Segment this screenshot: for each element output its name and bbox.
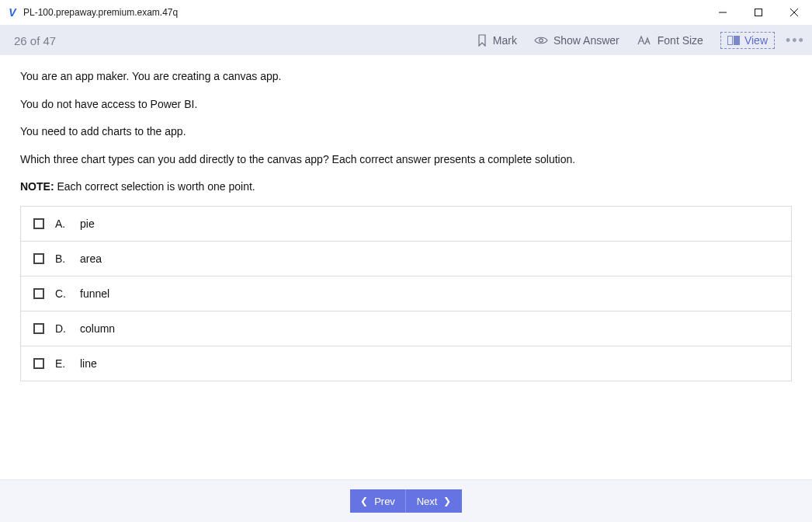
- answer-text: funnel: [80, 287, 109, 300]
- view-button[interactable]: View: [720, 32, 775, 49]
- note-text: Each correct selection is worth one poin…: [54, 180, 255, 193]
- prev-label: Prev: [374, 496, 395, 507]
- view-label: View: [744, 34, 768, 47]
- answer-option-b[interactable]: B. area: [21, 242, 791, 277]
- question-paragraph: You are an app maker. You are creating a…: [20, 69, 792, 85]
- window-title: PL-100.prepaway.premium.exam.47q: [23, 7, 178, 18]
- mark-label: Mark: [493, 34, 517, 47]
- question-note: NOTE: Each correct selection is worth on…: [20, 179, 792, 195]
- maximize-button[interactable]: [741, 0, 776, 25]
- toolbar: 26 of 47 Mark Show Answer Font Size View…: [0, 25, 812, 55]
- note-label: NOTE:: [20, 180, 54, 193]
- titlebar: V PL-100.prepaway.premium.exam.47q: [0, 0, 812, 25]
- app-logo-icon: V: [6, 6, 19, 19]
- nav-button-group: ❮ Prev Next ❯: [350, 489, 462, 513]
- answer-text: line: [80, 357, 97, 370]
- answer-text: pie: [80, 218, 95, 230]
- prev-button[interactable]: ❮ Prev: [350, 489, 406, 513]
- question-paragraph: Which three chart types can you add dire…: [20, 152, 792, 168]
- checkbox-icon: [33, 323, 44, 334]
- chevron-right-icon: ❯: [443, 496, 451, 506]
- eye-icon: [534, 36, 548, 45]
- checkbox-icon: [33, 288, 44, 299]
- close-button[interactable]: [776, 0, 812, 25]
- answer-letter: A.: [55, 218, 69, 230]
- svg-point-1: [540, 39, 543, 42]
- svg-rect-2: [727, 37, 732, 45]
- footer-nav: ❮ Prev Next ❯: [0, 479, 812, 522]
- checkbox-icon: [33, 218, 44, 229]
- ellipsis-icon: •••: [786, 33, 805, 48]
- question-paragraph: You do not have access to Power BI.: [20, 97, 792, 113]
- show-answer-button[interactable]: Show Answer: [534, 34, 619, 47]
- font-size-button[interactable]: Font Size: [637, 34, 703, 47]
- question-content: You are an app maker. You are creating a…: [0, 55, 812, 479]
- question-text: You are an app maker. You are creating a…: [20, 69, 792, 195]
- question-position: 26 of 47: [14, 34, 56, 47]
- answer-option-d[interactable]: D. column: [21, 311, 791, 346]
- bookmark-icon: [477, 34, 488, 47]
- next-label: Next: [417, 496, 438, 507]
- layout-icon: [727, 36, 740, 45]
- answer-option-a[interactable]: A. pie: [21, 207, 791, 242]
- answer-letter: E.: [55, 357, 69, 370]
- chevron-left-icon: ❮: [360, 496, 368, 506]
- answer-text: column: [80, 322, 115, 335]
- show-answer-label: Show Answer: [553, 34, 619, 47]
- answers-list: A. pie B. area C. funnel D. column E. li…: [20, 206, 792, 381]
- svg-rect-3: [734, 37, 739, 45]
- answer-letter: C.: [55, 287, 69, 300]
- answer-option-e[interactable]: E. line: [21, 346, 791, 381]
- window-controls: [705, 0, 812, 25]
- answer-option-c[interactable]: C. funnel: [21, 277, 791, 311]
- font-size-label: Font Size: [658, 34, 703, 47]
- answer-letter: D.: [55, 322, 69, 335]
- checkbox-icon: [33, 253, 44, 264]
- mark-button[interactable]: Mark: [477, 34, 517, 47]
- more-button[interactable]: •••: [786, 33, 804, 49]
- answer-letter: B.: [55, 252, 69, 265]
- next-button[interactable]: Next ❯: [406, 489, 462, 513]
- font-size-icon: [637, 35, 652, 46]
- answer-text: area: [80, 252, 102, 265]
- svg-rect-0: [755, 9, 762, 16]
- question-paragraph: You need to add charts to the app.: [20, 124, 792, 140]
- minimize-button[interactable]: [705, 0, 741, 25]
- checkbox-icon: [33, 358, 44, 369]
